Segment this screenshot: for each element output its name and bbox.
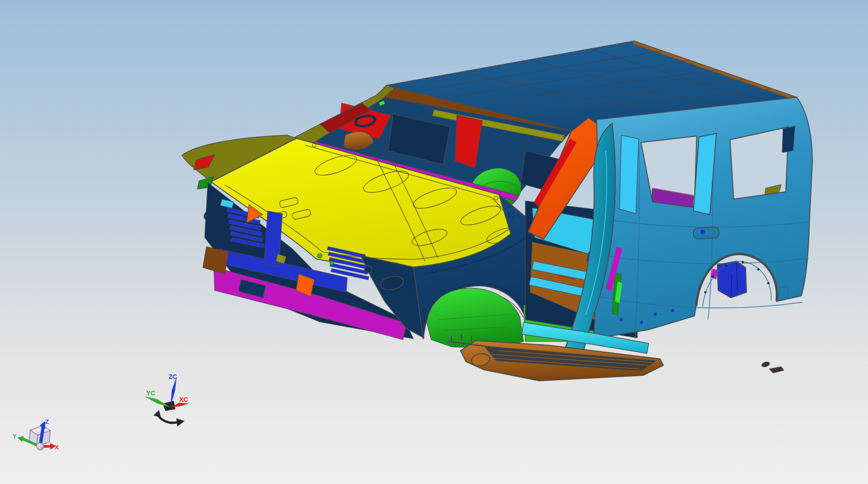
car-body-model[interactable]: ZC YC XC Z Y X <box>0 0 868 484</box>
view-x-label: X <box>55 444 59 451</box>
view-y-label: Y <box>13 433 17 440</box>
wcs-yc-label: YC <box>146 389 155 397</box>
cad-3d-viewport[interactable]: ZC YC XC Z Y X <box>0 0 868 484</box>
wcs-xc-label: XC <box>179 396 188 403</box>
view-z-label: Z <box>45 418 49 425</box>
door-handle-recess[interactable] <box>693 226 720 239</box>
wcs-zc-label: ZC <box>169 373 177 380</box>
triad-origin-sphere[interactable] <box>37 443 44 450</box>
b-pillar-upper[interactable] <box>619 135 639 214</box>
